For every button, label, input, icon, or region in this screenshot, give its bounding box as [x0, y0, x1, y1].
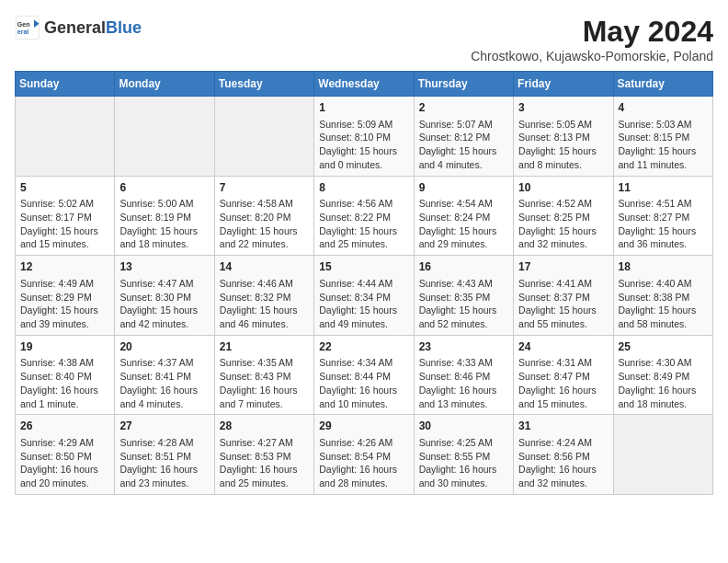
calendar-cell: [613, 415, 712, 495]
week-row-1: 1Sunrise: 5:09 AM Sunset: 8:10 PM Daylig…: [16, 97, 713, 177]
day-number: 12: [20, 259, 109, 275]
day-header-tuesday: Tuesday: [214, 72, 313, 97]
day-header-wednesday: Wednesday: [314, 72, 414, 97]
week-row-4: 19Sunrise: 4:38 AM Sunset: 8:40 PM Dayli…: [16, 335, 713, 415]
day-info: Sunrise: 4:49 AM Sunset: 8:29 PM Dayligh…: [20, 277, 109, 331]
page-header: Gen eral GeneralBlue May 2024 Chrostkowo…: [15, 15, 713, 63]
day-info: Sunrise: 4:44 AM Sunset: 8:34 PM Dayligh…: [319, 277, 408, 331]
day-header-monday: Monday: [115, 72, 214, 97]
day-info: Sunrise: 4:58 AM Sunset: 8:20 PM Dayligh…: [220, 197, 309, 251]
calendar-cell: 17Sunrise: 4:41 AM Sunset: 8:37 PM Dayli…: [514, 256, 613, 336]
week-row-3: 12Sunrise: 4:49 AM Sunset: 8:29 PM Dayli…: [16, 256, 713, 336]
calendar-cell: 3Sunrise: 5:05 AM Sunset: 8:13 PM Daylig…: [514, 97, 613, 177]
day-number: 23: [419, 339, 508, 355]
calendar-cell: 18Sunrise: 4:40 AM Sunset: 8:38 PM Dayli…: [613, 256, 712, 336]
day-info: Sunrise: 4:37 AM Sunset: 8:41 PM Dayligh…: [119, 356, 209, 410]
day-info: Sunrise: 4:26 AM Sunset: 8:54 PM Dayligh…: [319, 436, 408, 490]
day-number: 10: [518, 180, 608, 196]
calendar-cell: 4Sunrise: 5:03 AM Sunset: 8:15 PM Daylig…: [613, 97, 712, 177]
week-row-2: 5Sunrise: 5:02 AM Sunset: 8:17 PM Daylig…: [16, 176, 713, 256]
calendar-cell: 8Sunrise: 4:56 AM Sunset: 8:22 PM Daylig…: [314, 176, 414, 256]
day-info: Sunrise: 4:30 AM Sunset: 8:49 PM Dayligh…: [619, 356, 708, 410]
day-info: Sunrise: 4:31 AM Sunset: 8:47 PM Dayligh…: [518, 356, 608, 410]
day-info: Sunrise: 4:38 AM Sunset: 8:40 PM Dayligh…: [20, 356, 109, 410]
day-header-row: SundayMondayTuesdayWednesdayThursdayFrid…: [16, 72, 713, 97]
day-info: Sunrise: 5:03 AM Sunset: 8:15 PM Dayligh…: [619, 118, 708, 172]
svg-rect-0: [16, 16, 39, 39]
day-number: 2: [419, 100, 508, 116]
day-number: 19: [20, 339, 109, 355]
day-number: 14: [220, 259, 309, 275]
calendar-cell: 5Sunrise: 5:02 AM Sunset: 8:17 PM Daylig…: [16, 176, 115, 256]
day-number: 15: [319, 259, 408, 275]
logo-icon: Gen eral: [15, 15, 40, 40]
day-number: 16: [419, 259, 508, 275]
calendar-cell: 6Sunrise: 5:00 AM Sunset: 8:19 PM Daylig…: [115, 176, 214, 256]
month-title: May 2024: [471, 15, 713, 49]
day-number: 26: [20, 419, 109, 434]
calendar-cell: 9Sunrise: 4:54 AM Sunset: 8:24 PM Daylig…: [414, 176, 513, 256]
calendar-cell: 26Sunrise: 4:29 AM Sunset: 8:50 PM Dayli…: [16, 415, 115, 495]
day-header-sunday: Sunday: [16, 72, 115, 97]
day-header-thursday: Thursday: [414, 72, 513, 97]
day-info: Sunrise: 4:25 AM Sunset: 8:55 PM Dayligh…: [419, 436, 508, 490]
day-info: Sunrise: 4:41 AM Sunset: 8:37 PM Dayligh…: [518, 277, 608, 331]
calendar-cell: [115, 97, 214, 177]
calendar-cell: 1Sunrise: 5:09 AM Sunset: 8:10 PM Daylig…: [314, 97, 414, 177]
day-info: Sunrise: 4:28 AM Sunset: 8:51 PM Dayligh…: [119, 436, 209, 490]
day-info: Sunrise: 4:47 AM Sunset: 8:30 PM Dayligh…: [119, 277, 209, 331]
svg-text:eral: eral: [17, 29, 29, 35]
calendar-cell: 14Sunrise: 4:46 AM Sunset: 8:32 PM Dayli…: [214, 256, 313, 336]
day-number: 4: [619, 100, 708, 116]
calendar-cell: 19Sunrise: 4:38 AM Sunset: 8:40 PM Dayli…: [16, 335, 115, 415]
day-number: 7: [220, 180, 309, 196]
title-block: May 2024 Chrostkowo, Kujawsko-Pomorskie,…: [471, 15, 713, 63]
day-number: 24: [518, 339, 608, 355]
calendar-cell: 30Sunrise: 4:25 AM Sunset: 8:55 PM Dayli…: [414, 415, 513, 495]
day-number: 28: [220, 419, 309, 434]
calendar-cell: 16Sunrise: 4:43 AM Sunset: 8:35 PM Dayli…: [414, 256, 513, 336]
day-header-friday: Friday: [514, 72, 613, 97]
calendar-cell: 11Sunrise: 4:51 AM Sunset: 8:27 PM Dayli…: [613, 176, 712, 256]
day-number: 8: [319, 180, 408, 196]
day-info: Sunrise: 4:52 AM Sunset: 8:25 PM Dayligh…: [518, 197, 608, 251]
day-number: 20: [119, 339, 209, 355]
location-title: Chrostkowo, Kujawsko-Pomorskie, Poland: [471, 49, 713, 63]
logo-text: GeneralBlue: [44, 18, 142, 38]
logo-blue: Blue: [106, 18, 142, 37]
day-number: 9: [419, 180, 508, 196]
svg-text:Gen: Gen: [17, 21, 30, 28]
day-number: 29: [319, 419, 408, 434]
day-info: Sunrise: 4:51 AM Sunset: 8:27 PM Dayligh…: [619, 197, 708, 251]
calendar-cell: 20Sunrise: 4:37 AM Sunset: 8:41 PM Dayli…: [115, 335, 214, 415]
day-info: Sunrise: 4:29 AM Sunset: 8:50 PM Dayligh…: [20, 436, 109, 490]
day-info: Sunrise: 4:24 AM Sunset: 8:56 PM Dayligh…: [518, 436, 608, 490]
day-number: 3: [518, 100, 608, 116]
day-info: Sunrise: 5:07 AM Sunset: 8:12 PM Dayligh…: [419, 118, 508, 172]
day-number: 6: [119, 180, 209, 196]
day-number: 21: [220, 339, 309, 355]
day-number: 5: [20, 180, 109, 196]
day-info: Sunrise: 4:54 AM Sunset: 8:24 PM Dayligh…: [419, 197, 508, 251]
day-info: Sunrise: 4:46 AM Sunset: 8:32 PM Dayligh…: [220, 277, 309, 331]
day-number: 1: [319, 100, 408, 116]
day-info: Sunrise: 4:35 AM Sunset: 8:43 PM Dayligh…: [220, 356, 309, 410]
day-info: Sunrise: 5:09 AM Sunset: 8:10 PM Dayligh…: [319, 118, 408, 172]
week-row-5: 26Sunrise: 4:29 AM Sunset: 8:50 PM Dayli…: [16, 415, 713, 495]
day-info: Sunrise: 4:34 AM Sunset: 8:44 PM Dayligh…: [319, 356, 408, 410]
day-info: Sunrise: 4:33 AM Sunset: 8:46 PM Dayligh…: [419, 356, 508, 410]
calendar-cell: [214, 97, 313, 177]
day-info: Sunrise: 4:40 AM Sunset: 8:38 PM Dayligh…: [619, 277, 708, 331]
calendar-cell: [16, 97, 115, 177]
day-info: Sunrise: 4:56 AM Sunset: 8:22 PM Dayligh…: [319, 197, 408, 251]
day-info: Sunrise: 5:05 AM Sunset: 8:13 PM Dayligh…: [518, 118, 608, 172]
day-number: 18: [619, 259, 708, 275]
logo-general: General: [44, 18, 106, 37]
calendar-cell: 27Sunrise: 4:28 AM Sunset: 8:51 PM Dayli…: [115, 415, 214, 495]
calendar-cell: 13Sunrise: 4:47 AM Sunset: 8:30 PM Dayli…: [115, 256, 214, 336]
calendar-cell: 15Sunrise: 4:44 AM Sunset: 8:34 PM Dayli…: [314, 256, 414, 336]
day-number: 22: [319, 339, 408, 355]
calendar-cell: 21Sunrise: 4:35 AM Sunset: 8:43 PM Dayli…: [214, 335, 313, 415]
day-info: Sunrise: 5:00 AM Sunset: 8:19 PM Dayligh…: [119, 197, 209, 251]
calendar-cell: 10Sunrise: 4:52 AM Sunset: 8:25 PM Dayli…: [514, 176, 613, 256]
